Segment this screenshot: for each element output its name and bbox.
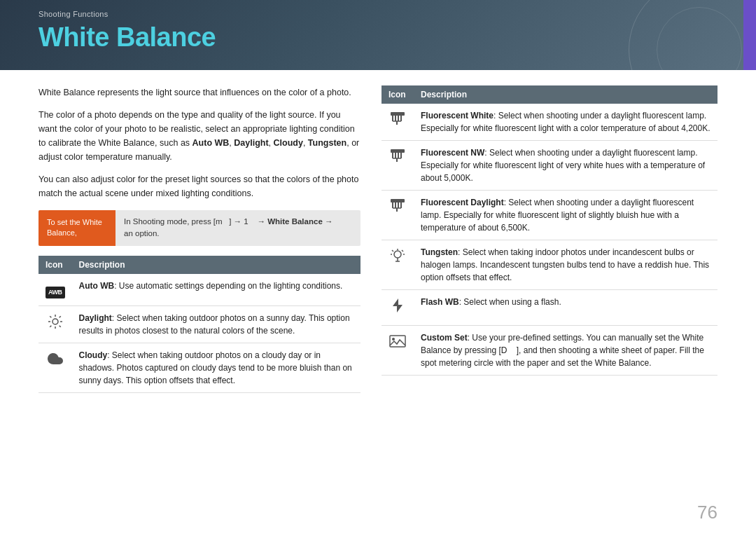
fluorescent-nw-icon — [388, 148, 407, 163]
desc-cell-tungsten: Tungsten: Select when taking indoor phot… — [414, 240, 718, 290]
desc-cell-fluor-white: Fluorescent White: Select when shooting … — [414, 104, 718, 141]
icon-cell-daylight — [38, 305, 72, 343]
icon-cell-fluor-daylight — [382, 191, 414, 240]
table-row: Daylight: Select when taking outdoor pho… — [38, 305, 360, 343]
left-icon-table: Icon Description AWB Auto WB: Use automa… — [38, 256, 360, 393]
right-column: Icon Description — [382, 85, 718, 522]
intro-paragraph-3: You can also adjust color for the preset… — [38, 172, 360, 200]
left-column: White Balance represents the light sourc… — [38, 85, 360, 522]
svg-line-7 — [59, 316, 60, 317]
icon-cell-tungsten — [382, 240, 414, 290]
svg-rect-16 — [391, 149, 405, 153]
left-table-header-description: Description — [72, 256, 361, 274]
icon-cell-fluor-white — [382, 104, 414, 141]
instruction-box: To set the White Balance, In Shooting mo… — [38, 210, 360, 246]
custom-set-icon — [388, 333, 407, 350]
intro-paragraph-2: The color of a photo depends on the type… — [38, 108, 360, 164]
table-row: Fluorescent Daylight: Select when shooti… — [382, 191, 718, 240]
intro-text: White Balance represents the light sourc… — [38, 85, 360, 200]
table-row: Cloudy: Select when taking outdoor photo… — [38, 343, 360, 392]
right-table-header-description: Description — [414, 85, 718, 104]
table-row: Fluorescent White: Select when shooting … — [382, 104, 718, 141]
icon-cell-fluor-nw — [382, 141, 414, 191]
right-icon-table: Icon Description — [382, 85, 718, 376]
table-row: AWB Auto WB: Use automatic settings depe… — [38, 274, 360, 306]
instruction-label: To set the White Balance, — [38, 210, 115, 246]
svg-marker-38 — [393, 298, 402, 312]
icon-cell-auto-wb: AWB — [38, 274, 72, 306]
icon-cell-flash-wb — [382, 290, 414, 326]
desc-cell-auto-wb: Auto WB: Use automatic settings dependin… — [72, 274, 361, 306]
desc-cell-cloudy: Cloudy: Select when taking outdoor photo… — [72, 343, 361, 392]
page-number: 76 — [697, 502, 718, 523]
section-label: Shooting Functions — [38, 10, 108, 18]
auto-wb-icon: AWB — [46, 287, 65, 299]
right-table-header-icon: Icon — [382, 85, 414, 104]
intro-paragraph-1: White Balance represents the light sourc… — [38, 85, 360, 99]
daylight-icon — [47, 313, 64, 330]
svg-line-8 — [50, 325, 51, 327]
main-content: White Balance represents the light sourc… — [0, 70, 756, 536]
tungsten-icon — [389, 247, 406, 264]
table-row: Custom Set: Use your pre-defined setting… — [382, 326, 718, 376]
instruction-text: In Shooting mode, press [m ] → 1 → White… — [115, 210, 341, 246]
svg-line-5 — [50, 316, 51, 317]
svg-rect-9 — [391, 112, 405, 116]
svg-point-0 — [52, 319, 58, 324]
svg-line-37 — [402, 250, 403, 252]
page-title: White Balance — [38, 22, 216, 53]
svg-rect-23 — [391, 199, 405, 202]
svg-point-40 — [392, 338, 395, 341]
fluorescent-white-icon — [388, 111, 407, 126]
desc-cell-daylight: Daylight: Select when taking outdoor pho… — [72, 305, 361, 343]
table-row: Tungsten: Select when taking indoor phot… — [382, 240, 718, 290]
svg-line-34 — [392, 250, 393, 252]
table-row: Fluorescent NW: Select when shooting und… — [382, 141, 718, 191]
desc-cell-fluor-nw: Fluorescent NW: Select when shooting und… — [414, 141, 718, 191]
svg-point-30 — [394, 251, 401, 258]
fluorescent-daylight-icon — [388, 198, 407, 213]
desc-cell-flash-wb: Flash WB: Select when using a flash. — [414, 290, 718, 326]
cloudy-icon — [47, 350, 64, 367]
desc-cell-custom-set: Custom Set: Use your pre-defined setting… — [414, 326, 718, 376]
svg-rect-39 — [390, 336, 405, 347]
left-table-header-icon: Icon — [38, 256, 72, 274]
svg-line-6 — [59, 325, 60, 327]
icon-cell-custom-set — [382, 326, 414, 376]
table-row: Flash WB: Select when using a flash. — [382, 290, 718, 326]
icon-cell-cloudy — [38, 343, 72, 392]
header-decoration — [546, 0, 756, 70]
purple-accent-bar — [743, 0, 756, 70]
flash-wb-icon — [389, 297, 406, 314]
page-header: Shooting Functions White Balance — [0, 0, 756, 70]
desc-cell-fluor-daylight: Fluorescent Daylight: Select when shooti… — [414, 191, 718, 240]
